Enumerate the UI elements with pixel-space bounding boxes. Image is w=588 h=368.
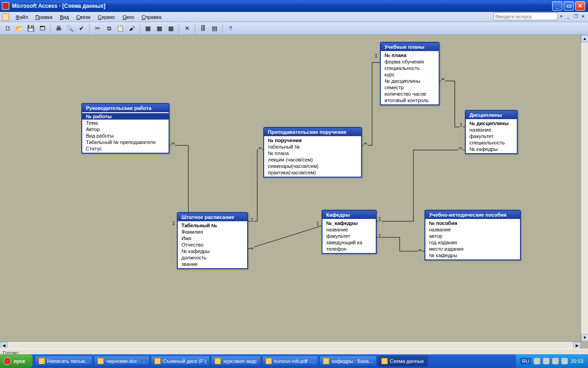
table-field[interactable]: Фамилия (178, 229, 247, 235)
taskbar-item[interactable]: kursovi-rob.pdf -... (262, 356, 319, 367)
table-field[interactable]: заведующий ка (322, 239, 376, 246)
scroll-up-icon[interactable]: ▲ (581, 35, 588, 42)
table-field[interactable]: Отчество (178, 242, 247, 248)
minimize-button[interactable]: _ (552, 1, 562, 11)
table-field[interactable]: № плана (381, 52, 439, 58)
table-field[interactable]: № дисциплины (466, 120, 517, 126)
new-object-icon[interactable]: ▤ (209, 23, 220, 34)
table-field[interactable]: Имя (178, 235, 247, 242)
table-field[interactable]: Статус (82, 145, 169, 152)
start-button[interactable]: пуск (0, 354, 33, 368)
table-field[interactable]: № кафедры (425, 252, 520, 259)
table-field[interactable]: итоговый контроль (381, 97, 439, 104)
table-field[interactable]: Вид работы (82, 132, 169, 139)
table-field[interactable]: количество часов (381, 91, 439, 97)
open-icon[interactable]: 📂 (14, 23, 24, 34)
table-field[interactable]: специальность (466, 139, 517, 146)
table-header[interactable]: Дисциплины (466, 111, 517, 119)
table-field[interactable]: название (322, 226, 376, 233)
copy-icon[interactable]: ⧉ (104, 23, 114, 34)
help-icon[interactable]: ? (226, 23, 236, 34)
table-field[interactable]: звание (178, 261, 247, 267)
vertical-scrollbar[interactable]: ▲ ▼ (581, 35, 588, 341)
taskbar-item[interactable]: черновик.doc - ... (94, 356, 150, 367)
scroll-down-icon[interactable]: ▼ (581, 334, 588, 341)
relationships-canvas[interactable]: ∞ 1 1 ∞ ∞ 1 ∞ 1 ∞ 1 1 ∞ 1 ∞ Руководитель… (0, 35, 581, 341)
table-field[interactable]: год издания (425, 239, 520, 246)
table-field[interactable]: № работы (82, 113, 169, 120)
table-t4[interactable]: Дисциплины№ дисциплиныназваниефакультетс… (465, 110, 518, 154)
paste-icon[interactable]: 📋 (115, 23, 125, 34)
table-field[interactable]: лекции (часов/сем) (264, 156, 361, 163)
table-field[interactable]: факультет (322, 233, 376, 239)
table-field[interactable]: Тема (82, 120, 169, 126)
table-field[interactable]: семинары(часов/сем) (264, 163, 361, 169)
table-header[interactable]: Кафедры (322, 211, 376, 219)
table-field[interactable]: №_кафедры (322, 220, 376, 226)
taskbar-item[interactable]: курсовая аидс (211, 356, 260, 367)
table-t6[interactable]: Кафедры№_кафедрыназваниефакультетзаведую… (322, 210, 377, 254)
table-header[interactable]: Учебно-методические пособия (425, 211, 520, 219)
table-t3[interactable]: Учебные планы№ планаформа обученияспециа… (380, 42, 440, 105)
language-indicator[interactable]: RU (520, 358, 531, 364)
taskbar-item[interactable]: кафедры : База... (319, 356, 376, 367)
menu-правка[interactable]: Правка (32, 13, 56, 21)
horizontal-scrollbar[interactable]: ◀ ▶ (0, 341, 581, 349)
table-field[interactable]: семестр (381, 84, 439, 91)
taskbar-item[interactable]: Схема данных (378, 356, 428, 367)
sub-close-button[interactable]: ✕ (580, 13, 586, 20)
tray-icon[interactable] (552, 358, 559, 364)
help-search-input[interactable] (493, 12, 558, 20)
table-field[interactable]: № кафедры (466, 146, 517, 152)
show-direct-icon[interactable]: ▦ (154, 23, 164, 34)
show-all-icon[interactable]: ▦ (166, 23, 176, 34)
menu-окно[interactable]: Окно (119, 13, 138, 21)
tray-icon[interactable] (534, 358, 540, 364)
cut-icon[interactable]: ✂ (92, 23, 102, 34)
table-field[interactable]: № кафедры (178, 248, 247, 254)
menu-справка[interactable]: Справка (138, 13, 165, 21)
db-window-icon[interactable]: 🗄 (198, 23, 208, 34)
table-field[interactable]: № поручения (264, 137, 361, 144)
table-t7[interactable]: Учебно-методические пособия№ пособияназв… (424, 210, 521, 260)
tray-icon[interactable] (561, 358, 568, 364)
table-header[interactable]: Штатное расписание (178, 213, 247, 221)
table-header[interactable]: Руководительская работа (82, 104, 169, 112)
table-field[interactable]: автор (425, 233, 520, 239)
menu-вид[interactable]: Вид (56, 13, 73, 21)
new-icon[interactable]: 🗋 (3, 23, 13, 34)
table-field[interactable]: курс (381, 71, 439, 78)
table-field[interactable]: специальность (381, 65, 439, 71)
save-icon[interactable]: 💾 (26, 23, 36, 34)
menu-файл[interactable]: Файл (12, 13, 32, 21)
table-header[interactable]: Учебные планы (381, 43, 439, 51)
table-field[interactable]: табельный № (264, 144, 361, 150)
table-field[interactable]: место издания (425, 246, 520, 252)
spelling-icon[interactable]: ✔ (76, 23, 86, 34)
delete-icon[interactable]: ✕ (182, 23, 192, 34)
table-field[interactable]: факультет (466, 133, 517, 139)
close-button[interactable]: ✕ (575, 1, 585, 11)
table-field[interactable]: должность (178, 254, 247, 261)
preview-icon[interactable]: 🔍 (65, 23, 75, 34)
table-field[interactable]: Табельный № преподавателя (82, 139, 169, 145)
menu-связи[interactable]: Связи (73, 13, 94, 21)
table-field[interactable]: Табельный № (178, 222, 247, 229)
maximize-button[interactable]: ▭ (564, 1, 574, 11)
format-icon[interactable]: 🖌 (127, 23, 137, 34)
show-table-icon[interactable]: ▦ (143, 23, 153, 34)
table-t5[interactable]: Штатное расписаниеТабельный №ФамилияИмяО… (177, 212, 248, 269)
table-t2[interactable]: Преподавательские поручения№ порученията… (263, 127, 362, 178)
table-field[interactable]: название (466, 126, 517, 133)
sub-minimize-button[interactable]: _ (565, 13, 571, 20)
menu-сервис[interactable]: Сервис (94, 13, 119, 21)
print-icon[interactable]: 🖶 (53, 23, 63, 34)
help-dropdown-icon[interactable]: ▾ (559, 13, 564, 19)
table-header[interactable]: Преподавательские поручения (264, 128, 361, 136)
table-field[interactable]: № плана (264, 150, 361, 156)
table-t1[interactable]: Руководительская работа№ работыТемаАвтор… (81, 103, 170, 154)
taskbar-item[interactable]: Написать письм... (35, 356, 93, 367)
tray-icon[interactable] (543, 358, 549, 364)
scroll-left-icon[interactable]: ◀ (0, 342, 7, 349)
scroll-right-icon[interactable]: ▶ (573, 342, 581, 349)
